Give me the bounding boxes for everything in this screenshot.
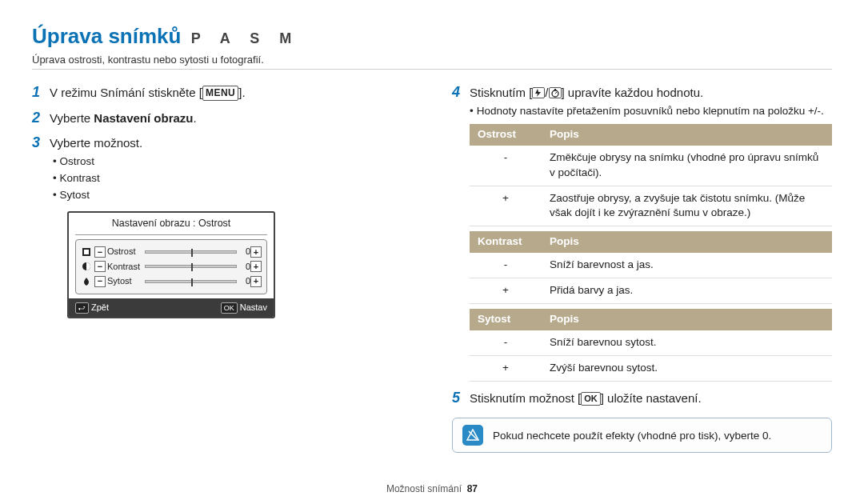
step4-mid: /: [545, 86, 548, 99]
slider-value: 0: [241, 261, 250, 273]
slider-track[interactable]: [145, 265, 237, 268]
step2-prefix: Vyberte: [50, 111, 94, 125]
step5-prefix: Stisknutím možnost [: [470, 391, 581, 405]
right-column: 4 Stisknutím [/] upravíte každou hodnotu…: [452, 84, 832, 453]
plus-button[interactable]: +: [250, 261, 262, 272]
minus-button[interactable]: −: [94, 246, 106, 258]
page-number: 87: [467, 483, 478, 494]
option-item: Sytost: [53, 188, 275, 203]
device-title: Nastavení obrazu : Ostrost: [69, 213, 274, 235]
slider-value: 0: [241, 275, 250, 287]
left-column: 1 V režimu Snímání stiskněte [MENU]. 2 V…: [32, 84, 412, 453]
table-row: -Sníží barevnost a jas.: [470, 253, 832, 278]
th: Popis: [542, 231, 832, 253]
minus-button[interactable]: −: [94, 261, 106, 272]
sign-cell: -: [470, 253, 542, 278]
slider-label: Sytost: [107, 275, 142, 287]
ok-label: Nastav: [240, 302, 267, 312]
step-number: 5: [452, 390, 470, 407]
device-footer: ⮐Zpět OKNastav: [69, 298, 274, 318]
svg-rect-1: [84, 250, 89, 254]
table-row: -Sníží barevnou sytost.: [470, 330, 832, 355]
sliders-panel: − Ostrost 0 + − Kontrast: [75, 239, 267, 294]
sign-cell: -: [470, 146, 542, 186]
sign-cell: +: [470, 186, 542, 226]
plus-button[interactable]: +: [250, 246, 262, 258]
table-row: -Změkčuje obrysy na snímku (vhodné pro ú…: [470, 146, 832, 186]
step-2: 2 Vyberte Nastavení obrazu.: [32, 110, 412, 127]
th: Kontrast: [470, 231, 542, 253]
step4-prefix: Stisknutím [: [470, 86, 532, 99]
slider-label: Ostrost: [107, 246, 142, 258]
sign-cell: +: [470, 355, 542, 381]
sign-cell: -: [470, 330, 542, 355]
menu-button-icon: MENU: [202, 86, 238, 101]
info-icon: [462, 425, 483, 446]
desc-cell: Přidá barvy a jas.: [542, 278, 832, 304]
svg-line-5: [555, 92, 557, 94]
slider-row-kontrast: − Kontrast 0 +: [81, 261, 262, 273]
minus-button[interactable]: −: [94, 276, 106, 287]
step1-text-prefix: V režimu Snímání stiskněte [: [50, 86, 202, 99]
step2-bold: Nastavení obrazu: [94, 111, 193, 125]
step1-text-suffix: ].: [238, 86, 245, 99]
divider: [32, 69, 832, 70]
slider-track[interactable]: [145, 280, 237, 283]
slider-track[interactable]: [145, 250, 237, 254]
step5-suffix: ] uložíte nastavení.: [601, 391, 702, 405]
table-ostrost: OstrostPopis -Změkčuje obrysy na snímku …: [470, 124, 832, 226]
page-subtitle: Úprava ostrosti, kontrastu nebo sytosti …: [32, 54, 832, 66]
slider-value: 0: [241, 246, 250, 258]
table-kontrast: KontrastPopis -Sníží barevnost a jas. +P…: [470, 231, 832, 304]
flash-icon: [532, 87, 545, 98]
sign-cell: +: [470, 278, 542, 304]
step-1: 1 V režimu Snímání stiskněte [MENU].: [32, 84, 412, 102]
page-title: Úprava snímků: [32, 24, 181, 48]
step-4: 4 Stisknutím [/] upravíte každou hodnotu…: [452, 84, 832, 382]
step-number: 2: [32, 110, 50, 127]
step-number: 4: [452, 84, 470, 382]
table-row: +Zvýší barevnou sytost.: [470, 355, 832, 381]
device-preview: Nastavení obrazu : Ostrost − Ostrost 0: [67, 211, 275, 318]
slider-label: Kontrast: [107, 261, 142, 273]
timer-icon: [549, 87, 562, 98]
ok-button-icon: OK: [581, 392, 601, 406]
desc-cell: Změkčuje obrysy na snímku (vhodné pro úp…: [542, 146, 832, 186]
th: Sytost: [470, 309, 542, 330]
ok-button[interactable]: OKNastav: [221, 302, 267, 314]
option-item: Kontrast: [53, 171, 275, 186]
slider-row-sytost: − Sytost 0 +: [81, 275, 262, 287]
note-text: Pokud nechcete použít efekty (vhodné pro…: [493, 430, 771, 442]
note-box: Pokud nechcete použít efekty (vhodné pro…: [452, 418, 832, 453]
desc-cell: Sníží barevnost a jas.: [542, 253, 832, 278]
svg-rect-4: [554, 89, 556, 90]
step-number: 3: [32, 134, 50, 318]
step4-bullet: Hodnoty nastavíte přetažením posuvníků n…: [470, 104, 832, 119]
th: Popis: [542, 309, 832, 330]
saturation-icon: [81, 276, 92, 287]
ok-icon: OK: [221, 302, 238, 314]
th: Popis: [542, 124, 832, 146]
th: Ostrost: [470, 124, 542, 146]
sharpness-icon: [81, 246, 92, 258]
option-list: Ostrost Kontrast Sytost: [53, 154, 275, 203]
back-button[interactable]: ⮐Zpět: [75, 302, 109, 314]
desc-cell: Zaostřuje obrysy, a zvyšuje tak čistotu …: [542, 186, 832, 226]
contrast-icon: [81, 261, 92, 272]
step3-text: Vyberte možnost.: [50, 136, 142, 150]
footer-label: Možnosti snímání: [386, 483, 462, 494]
slider-row-ostrost: − Ostrost 0 +: [81, 246, 262, 258]
back-icon: ⮐: [75, 302, 89, 314]
table-sytost: SytostPopis -Sníží barevnou sytost. +Zvý…: [470, 309, 832, 382]
step4-suffix: ] upravíte každou hodnotu.: [562, 86, 704, 99]
step-number: 1: [32, 84, 50, 102]
page-header: Úprava snímků P A S M: [32, 24, 832, 49]
plus-button[interactable]: +: [250, 276, 262, 287]
step2-suffix: .: [194, 111, 197, 125]
back-label: Zpět: [91, 302, 109, 312]
page-footer: Možnosti snímání 87: [0, 483, 864, 494]
table-row: +Zaostřuje obrysy, a zvyšuje tak čistotu…: [470, 186, 832, 226]
mode-indicator: P A S M: [191, 30, 299, 46]
step-3: 3 Vyberte možnost. Ostrost Kontrast Syto…: [32, 134, 412, 318]
table-row: +Přidá barvy a jas.: [470, 278, 832, 304]
